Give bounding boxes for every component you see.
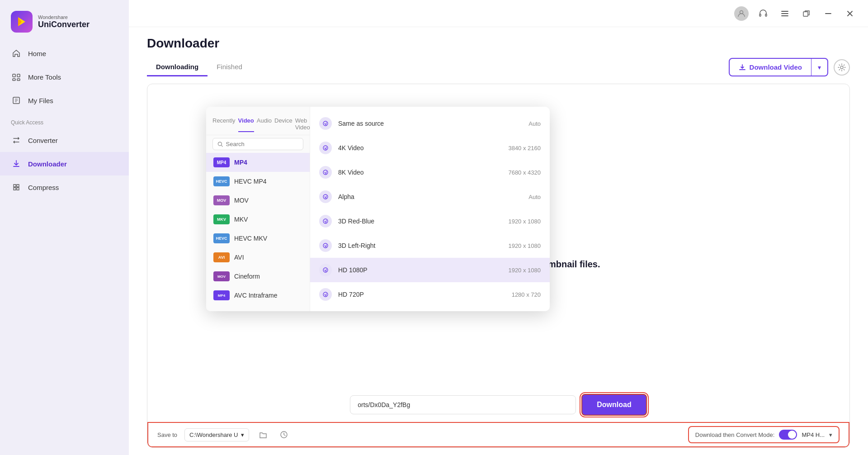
format-dropdown: Recently Video Audio Device Web Video MP…	[206, 107, 550, 311]
mkv-label: MKV	[234, 216, 248, 223]
format-dropdown-arrow[interactable]: ▾	[829, 431, 832, 438]
fmt-tab-video[interactable]: Video	[238, 116, 254, 132]
tab-list: Downloading Finished	[147, 58, 251, 76]
svg-point-17	[323, 194, 328, 199]
quality-3d-left-right[interactable]: 3D Left-Right 1920 x 1080	[310, 233, 550, 258]
convert-mode-toggle[interactable]	[779, 430, 797, 440]
quality-hd-720p[interactable]: HD 720P 1280 x 720	[310, 282, 550, 307]
sidebar-item-more-tools[interactable]: More Tools	[0, 65, 129, 89]
settings-button[interactable]	[834, 59, 850, 76]
svg-point-13	[218, 142, 222, 146]
menu-icon[interactable]	[778, 6, 792, 21]
tools-icon	[11, 71, 22, 82]
close-icon[interactable]	[843, 6, 857, 21]
svg-point-19	[323, 243, 328, 248]
svg-point-18	[323, 219, 328, 223]
quality-icon	[319, 215, 332, 228]
quality-icon	[319, 288, 332, 301]
mkv-badge: MKV	[213, 214, 230, 224]
format-item-cineform[interactable]: MOV Cineform	[206, 267, 310, 286]
sidebar-item-compress[interactable]: Compress	[0, 175, 129, 199]
avc-label: AVC Intraframe	[234, 292, 277, 299]
format-item-hevc-mp4[interactable]: HEVC HEVC MP4	[206, 172, 310, 191]
convert-mode-box[interactable]: Download then Convert Mode: MP4 H... ▾	[688, 426, 840, 443]
minimize-icon[interactable]	[821, 6, 835, 21]
quality-name: Alpha	[338, 193, 522, 200]
convert-format-label: MP4 H...	[802, 431, 825, 438]
fmt-tab-device[interactable]: Device	[274, 116, 292, 132]
download-video-button[interactable]: Download Video ▾	[729, 58, 828, 76]
svg-point-16	[323, 170, 328, 175]
quality-8k[interactable]: 8K Video 7680 x 4320	[310, 160, 550, 185]
cineform-label: Cineform	[234, 273, 260, 280]
mov-badge: MOV	[213, 195, 230, 205]
downloader-icon	[11, 158, 22, 169]
logo-text: Wondershare UniConverter	[38, 14, 90, 29]
quality-name: 8K Video	[338, 169, 502, 176]
format-item-avi[interactable]: AVI AVI	[206, 248, 310, 267]
svg-point-14	[323, 121, 328, 126]
sidebar-item-converter[interactable]: Converter	[0, 128, 129, 152]
svg-point-20	[323, 268, 328, 272]
quality-name: 4K Video	[338, 144, 502, 152]
home-icon	[11, 48, 22, 59]
cineform-badge: MOV	[213, 271, 230, 281]
quality-icon	[319, 142, 332, 154]
quality-3d-red-blue[interactable]: 3D Red-Blue 1920 x 1080	[310, 209, 550, 233]
format-item-mp4[interactable]: MP4 MP4	[206, 153, 310, 172]
quality-list: Same as source Auto 4K Video 3840 x 2160	[310, 107, 550, 311]
svg-rect-10	[803, 12, 808, 16]
svg-rect-8	[760, 14, 761, 16]
save-path-selector[interactable]: C:\Wondershare U ▾	[184, 428, 249, 441]
page-title: Downloader	[147, 36, 850, 51]
logo-icon	[11, 11, 33, 33]
tab-finished[interactable]: Finished	[208, 58, 251, 76]
brand-label: Wondershare	[38, 14, 90, 20]
format-search-box[interactable]	[212, 138, 303, 150]
format-item-avc[interactable]: MP4 AVC Intraframe	[206, 286, 310, 305]
quality-res: Auto	[528, 120, 541, 127]
logo-area: Wondershare UniConverter	[0, 0, 129, 42]
svg-rect-9	[765, 14, 767, 16]
url-input[interactable]: orts/Dx0Da_Y2fBg	[350, 395, 576, 414]
quality-4k[interactable]: 4K Video 3840 x 2160	[310, 136, 550, 160]
dropdown-arrow-icon[interactable]: ▾	[811, 59, 827, 76]
sidebar-item-downloader[interactable]: Downloader	[0, 152, 129, 175]
quality-name: HD 720P	[338, 291, 505, 298]
url-value: orts/Dx0Da_Y2fBg	[358, 401, 410, 408]
sidebar-item-my-files[interactable]: My Files	[0, 89, 129, 112]
avatar[interactable]	[734, 6, 749, 21]
fmt-tab-web[interactable]: Web Video	[295, 116, 310, 132]
quality-name: 3D Left-Right	[338, 242, 502, 249]
downloader-area: 🎬 Download h-quality video, audio, or th…	[147, 84, 850, 448]
svg-point-11	[840, 66, 843, 69]
converter-icon	[11, 135, 22, 146]
download-video-label: Download Video	[750, 63, 802, 71]
hevc-mkv-label: HEVC MKV	[234, 235, 267, 242]
schedule-button[interactable]	[277, 428, 291, 441]
quality-icon	[319, 264, 332, 276]
restore-icon[interactable]	[799, 6, 814, 21]
fmt-tab-audio[interactable]: Audio	[257, 116, 272, 132]
convert-mode-label: Download then Convert Mode:	[695, 431, 775, 438]
format-item-hevc-mkv[interactable]: HEVC HEVC MKV	[206, 229, 310, 248]
mov-label: MOV	[234, 197, 249, 204]
headphones-icon[interactable]	[756, 6, 770, 21]
sidebar-label-more-tools: More Tools	[28, 73, 61, 81]
svg-rect-2	[13, 74, 15, 77]
quality-alpha[interactable]: Alpha Auto	[310, 185, 550, 209]
tab-downloading[interactable]: Downloading	[147, 58, 208, 76]
sidebar-item-home[interactable]: Home	[0, 42, 129, 65]
download-button[interactable]: Download	[581, 394, 646, 416]
hevc-mkv-badge: HEVC	[213, 233, 230, 243]
quality-same-as-source[interactable]: Same as source Auto	[310, 111, 550, 136]
svg-rect-4	[13, 79, 15, 81]
format-item-mov[interactable]: MOV MOV	[206, 191, 310, 210]
save-path-value: C:\Wondershare U	[189, 431, 238, 438]
open-folder-button[interactable]	[256, 428, 270, 441]
format-item-mkv[interactable]: MKV MKV	[206, 210, 310, 229]
fmt-tab-recently[interactable]: Recently	[212, 116, 236, 132]
svg-point-15	[323, 146, 328, 150]
quality-hd-1080p[interactable]: HD 1080P 1920 x 1080	[310, 258, 550, 282]
format-search-input[interactable]	[226, 141, 298, 147]
